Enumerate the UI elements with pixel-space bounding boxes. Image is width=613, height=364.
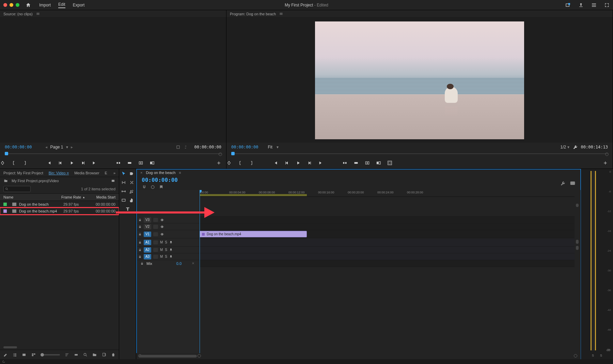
new-item-icon[interactable] [102,352,106,357]
track-header-v2[interactable]: V2 [136,223,199,230]
solo-left[interactable]: S [592,354,594,357]
export-frame-icon[interactable] [138,160,143,165]
new-bin-icon[interactable] [92,352,97,357]
automate-icon[interactable] [74,352,78,357]
hscroll-thumb[interactable] [3,346,17,348]
tab-project[interactable]: Project: My First Project [3,171,43,175]
bin-row[interactable]: Dog on the beach29.97 fps00:00:00:00 [0,201,119,208]
add-button-icon[interactable] [216,160,221,165]
comparison-icon[interactable] [150,160,155,165]
safe-margins-icon[interactable] [387,160,392,165]
track-a2-lane[interactable] [200,247,575,253]
track-header-a3[interactable]: A3MS [136,253,199,260]
caption-icon[interactable] [570,181,575,186]
track-a1-lane[interactable] [200,238,575,247]
timeline-timecode[interactable]: 00:00:00:00 [142,177,178,183]
export-frame-icon[interactable] [365,160,370,165]
bracket-in-icon[interactable] [238,160,243,165]
track-header-v1[interactable]: V1 [136,230,199,238]
play-icon[interactable] [69,160,74,165]
panel-menu-icon[interactable] [36,12,40,16]
track-v1-lane[interactable]: Dog on the beach.mp4 [200,230,575,238]
linked-selection-icon[interactable] [150,185,155,190]
sequence-tab[interactable]: Dog on the beach [146,171,175,175]
bin-list[interactable]: Dog on the beach29.97 fps00:00:00:00Dog … [0,201,119,345]
pen-tool-icon[interactable] [129,189,135,194]
lift-icon[interactable] [342,160,347,165]
step-back-icon[interactable] [58,160,63,165]
step-fwd-icon[interactable] [80,160,85,165]
clip-video[interactable]: Dog on the beach.mp4 [200,231,307,237]
add-button-icon[interactable] [603,160,608,165]
track-v3-lane[interactable] [200,217,575,223]
hand-tool-icon[interactable] [129,197,135,203]
slip-tool-icon[interactable] [121,189,126,194]
bracket-out-icon[interactable] [22,160,28,165]
track-a3-lane[interactable] [200,253,575,260]
program-viewport[interactable] [226,18,613,143]
timeline-vscroll[interactable] [575,190,581,353]
step-back-icon[interactable] [284,160,289,165]
window-controls[interactable] [3,3,19,7]
snap-icon[interactable] [142,185,147,190]
selection-tool-icon[interactable] [121,171,126,176]
icon-view-icon[interactable] [22,352,26,357]
track-mix-lane[interactable] [200,260,575,267]
sync-icon[interactable] [2,360,5,363]
track-v2-lane[interactable] [200,223,575,230]
bracket-out-icon[interactable] [249,160,254,165]
panel-menu-icon[interactable] [279,12,283,16]
step-fwd-icon[interactable] [307,160,312,165]
find-icon[interactable] [83,352,88,357]
program-zoom-select[interactable]: Fit▾ [268,145,278,149]
sort-icon[interactable] [65,352,69,357]
program-scrubber[interactable] [226,152,613,157]
source-page-select[interactable]: ◂Page 1▾▸ [45,145,73,149]
time-ruler[interactable]: :00:0000:00:04:0000:00:08:0000:00:12:000… [200,190,575,197]
track-header-v3[interactable]: V3 [136,217,199,223]
menu-export[interactable]: Export [73,3,85,7]
bin-row[interactable]: Dog on the beach.mp429.97 fps00:00:00:00 [0,208,119,215]
overwrite-icon[interactable] [127,160,132,165]
writable-icon[interactable] [111,179,115,183]
rectangle-tool-icon[interactable] [121,197,126,203]
swap-icon[interactable] [184,145,188,149]
mix-track-header[interactable]: Mix 0.0 [136,260,199,267]
track-header-a1[interactable]: A1MS [136,238,199,247]
marker-icon[interactable] [159,185,164,190]
track-select-icon[interactable] [129,171,135,176]
fullscreen-icon[interactable] [604,2,610,8]
play-icon[interactable] [296,160,301,165]
wrench-icon[interactable] [573,145,578,149]
source-timecode-left[interactable]: 00:00:00:00 [5,145,32,149]
workspace-icon[interactable] [591,2,597,8]
solo-right[interactable]: S [600,354,602,357]
bracket-in-icon[interactable] [11,160,16,165]
lock-icon[interactable] [140,262,144,265]
comparison-icon[interactable] [376,160,381,165]
settings-icon[interactable] [560,181,565,186]
share-icon[interactable] [578,2,584,8]
pencil-icon[interactable] [3,352,8,357]
tab-extra[interactable]: E [105,171,107,175]
program-resolution-select[interactable]: 1/2 ▾ [560,145,569,149]
overlay-icon[interactable] [176,145,180,149]
timeline-tracks-area[interactable]: :00:0000:00:04:0000:00:08:0000:00:12:000… [200,190,575,353]
goto-in-icon[interactable] [273,160,278,165]
type-tool-icon[interactable] [125,206,130,212]
home-icon[interactable] [26,2,31,8]
timeline-hscroll[interactable] [136,353,581,359]
bin-icon[interactable] [3,179,8,183]
breadcrumb[interactable]: My First Project.prproj\Video [12,179,59,183]
source-scrubber[interactable] [0,152,226,157]
ripple-edit-icon[interactable] [121,180,126,185]
quick-export-icon[interactable] [565,2,571,8]
zoom-slider[interactable] [41,354,60,355]
list-view-icon[interactable] [13,352,17,357]
menu-edit[interactable]: Edit [58,2,65,8]
razor-tool-icon[interactable] [129,180,135,185]
goto-out-icon[interactable] [318,160,323,165]
search-input[interactable] [3,186,31,192]
column-headers[interactable]: Name Frame Rate▲ Media Start [0,193,119,201]
playhead[interactable] [200,190,200,353]
